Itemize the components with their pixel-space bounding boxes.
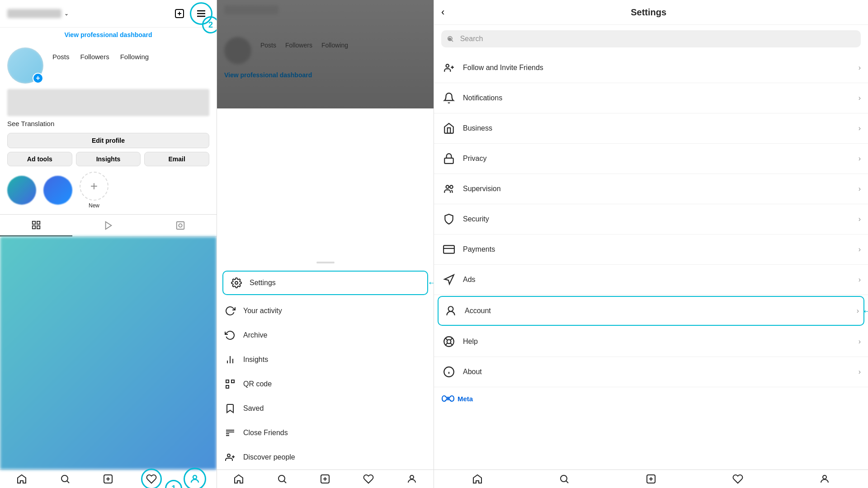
settings-search-bar[interactable]: ● Search <box>441 30 861 47</box>
svg-point-55 <box>446 185 449 188</box>
menu-activity-nav[interactable] <box>347 474 390 484</box>
settings-activity-nav[interactable] <box>694 474 781 484</box>
settings-business[interactable]: Business › <box>434 113 868 144</box>
menu-profile-nav[interactable] <box>390 474 434 484</box>
highlight-1[interactable] <box>7 176 36 205</box>
menu-create-nav[interactable] <box>304 474 347 484</box>
following-label: Following <box>120 53 149 61</box>
create-nav-button[interactable] <box>87 474 130 484</box>
settings-security[interactable]: Security › <box>434 204 868 235</box>
settings-account[interactable]: Account › <box>438 296 864 326</box>
see-translation-link[interactable]: See Translation <box>0 120 217 133</box>
insights-label: Insights <box>243 356 268 364</box>
privacy-chevron: › <box>859 155 861 163</box>
step4-arrow: ← <box>862 305 868 317</box>
svg-point-61 <box>447 340 451 344</box>
discover-people-item[interactable]: Discover people <box>217 445 434 469</box>
tagged-tab[interactable] <box>144 215 217 236</box>
svg-rect-8 <box>33 226 35 229</box>
settings-ads[interactable]: Ads › <box>434 265 868 295</box>
posts-stat[interactable]: Posts <box>52 53 70 61</box>
insights-item[interactable]: Insights <box>217 347 434 372</box>
settings-payments[interactable]: Payments › <box>434 235 868 265</box>
meta-symbol <box>441 394 455 403</box>
activity-nav-button[interactable]: 1 <box>130 474 173 484</box>
settings-menu-item[interactable]: Settings 3 ← <box>222 271 428 295</box>
ad-tools-button[interactable]: Ad tools <box>7 152 72 166</box>
followers-label: Followers <box>80 53 109 61</box>
settings-home-nav[interactable] <box>434 474 521 484</box>
step2-circle: 2 <box>202 16 217 33</box>
search-nav-button[interactable] <box>43 474 87 484</box>
payments-label: Payments <box>463 245 859 253</box>
settings-panel: ‹ Settings ● Search Follow and Invite Fr… <box>434 0 868 488</box>
svg-rect-7 <box>37 221 40 224</box>
close-friends-item[interactable]: Close Friends <box>217 421 434 445</box>
action-buttons: Ad tools Insights Email <box>0 152 217 172</box>
settings-help[interactable]: Help › <box>434 327 868 357</box>
settings-create-nav[interactable] <box>608 474 694 484</box>
home-nav-button[interactable] <box>0 474 43 484</box>
svg-rect-24 <box>231 380 234 383</box>
svg-line-70 <box>566 481 569 483</box>
email-button[interactable]: Email <box>144 152 209 166</box>
add-post-button[interactable] <box>171 5 188 22</box>
svg-line-65 <box>445 343 448 345</box>
menu-sheet: Settings 3 ← Your activity <box>217 258 434 488</box>
supervision-icon <box>441 181 457 197</box>
settings-privacy[interactable]: Privacy › <box>434 144 868 174</box>
new-highlight[interactable]: + New <box>80 172 108 209</box>
svg-point-74 <box>823 475 826 479</box>
edit-profile-button[interactable]: Edit profile <box>7 133 209 148</box>
menu-search-nav[interactable] <box>260 474 304 484</box>
settings-notifications[interactable]: Notifications › <box>434 83 868 113</box>
highlight-2[interactable] <box>43 176 72 205</box>
settings-supervision[interactable]: Supervision › <box>434 174 868 204</box>
add-story-button[interactable]: + <box>33 73 43 84</box>
archive-item[interactable]: Archive <box>217 323 434 347</box>
notifications-icon <box>441 90 457 106</box>
svg-point-47 <box>410 475 414 479</box>
settings-label: Settings <box>250 279 276 287</box>
settings-follow-invite[interactable]: Follow and Invite Friends › <box>434 53 868 83</box>
step3-arrow: ← <box>427 277 434 289</box>
menu-home-nav[interactable] <box>217 474 260 484</box>
menu-bottom-nav <box>217 469 434 488</box>
bio-text-blur <box>7 89 209 116</box>
security-icon <box>441 211 457 227</box>
search-placeholder-text: Search <box>460 35 483 43</box>
settings-list: Follow and Invite Friends › Notification… <box>434 53 868 469</box>
qr-code-icon <box>224 378 236 390</box>
insights-button[interactable]: Insights <box>76 152 141 166</box>
svg-line-43 <box>284 481 286 483</box>
following-stat[interactable]: Following <box>120 53 149 61</box>
back-button[interactable]: ‹ <box>441 6 444 18</box>
grid-tab[interactable] <box>0 215 72 236</box>
view-dashboard-link[interactable]: View professional dashboard <box>0 28 217 42</box>
qr-code-item[interactable]: QR code <box>217 372 434 396</box>
saved-item[interactable]: Saved <box>217 396 434 421</box>
menu-button-wrap[interactable]: 2 <box>193 5 209 22</box>
settings-about[interactable]: About › <box>434 357 868 387</box>
saved-icon <box>224 403 236 414</box>
content-tabs <box>0 214 217 237</box>
discover-people-icon <box>224 451 236 463</box>
close-friends-icon <box>224 427 236 439</box>
settings-search-nav[interactable] <box>521 474 608 484</box>
your-activity-item[interactable]: Your activity <box>217 299 434 323</box>
svg-point-12 <box>179 224 182 227</box>
account-label: Account <box>465 307 857 315</box>
ads-icon <box>441 272 457 287</box>
svg-point-48 <box>448 37 452 41</box>
svg-rect-6 <box>33 221 35 224</box>
followers-stat[interactable]: Followers <box>80 53 109 61</box>
insights-icon <box>224 354 236 366</box>
settings-profile-nav[interactable] <box>781 474 868 484</box>
svg-point-18 <box>193 475 197 479</box>
search-icon-svg <box>447 35 454 42</box>
reels-tab[interactable] <box>72 215 145 236</box>
ads-chevron: › <box>859 276 861 284</box>
help-label: Help <box>463 338 859 346</box>
chevron-down-icon[interactable]: ⌄ <box>64 10 69 17</box>
help-chevron: › <box>859 338 861 346</box>
